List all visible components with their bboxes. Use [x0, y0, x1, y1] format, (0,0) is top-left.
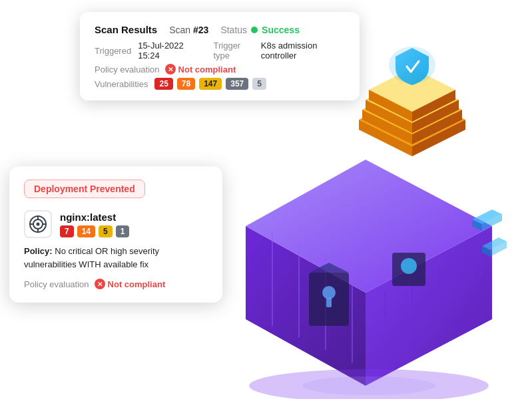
nginx-row: nginx:latest 7 14 5 1 — [24, 210, 208, 238]
not-compliant-badge: ✕ Not compliant — [165, 64, 236, 74]
vuln-high: 78 — [177, 78, 195, 90]
svg-point-13 — [322, 286, 336, 299]
nginx-vuln-low: 1 — [116, 225, 130, 237]
vuln-negligible: 5 — [252, 78, 266, 90]
policy-description: Policy: No critical OR high severity vul… — [24, 245, 208, 271]
x-icon: ✕ — [165, 64, 176, 74]
scan-number-label: Scan #23 — [169, 25, 208, 35]
deployment-policy-row: Policy evaluation ✕ Not compliant — [24, 279, 208, 289]
nginx-icon — [24, 210, 52, 238]
status-row: Status Success — [220, 25, 300, 35]
nginx-vuln-medium: 5 — [99, 225, 113, 237]
svg-point-40 — [37, 223, 40, 226]
svg-point-37 — [302, 376, 435, 395]
status-dot — [251, 27, 258, 33]
svg-rect-14 — [326, 298, 332, 307]
vulnerabilities-row: Vulnerabilities 25 78 147 357 5 — [95, 78, 345, 90]
nginx-info: nginx:latest 7 14 5 1 — [60, 211, 129, 237]
nginx-vuln-high: 14 — [77, 225, 95, 237]
vuln-low: 357 — [226, 78, 248, 90]
svg-point-16 — [401, 258, 417, 274]
deployment-prevented-badge: Deployment Prevented — [24, 180, 145, 198]
triggered-row: Triggered 15-Jul-2022 15:24 Trigger type… — [95, 41, 345, 61]
status-value: Success — [262, 25, 300, 35]
deployment-x-icon: ✕ — [95, 279, 105, 289]
nginx-vuln-badges: 7 14 5 1 — [60, 225, 129, 237]
vuln-critical: 25 — [154, 78, 172, 90]
deployment-not-compliant-badge: ✕ Not compliant — [95, 279, 166, 289]
scan-results-title: Scan Results — [95, 24, 157, 35]
nginx-label: nginx:latest — [60, 211, 129, 223]
nginx-vuln-critical: 7 — [60, 225, 74, 237]
policy-row: Policy evaluation ✕ Not compliant — [95, 64, 345, 74]
vuln-medium: 147 — [199, 78, 222, 90]
scan-results-card: Scan Results Scan #23 Status Success Tri… — [80, 12, 360, 100]
deployment-prevented-card: Deployment Prevented nginx:latest 7 14 5… — [9, 166, 222, 303]
